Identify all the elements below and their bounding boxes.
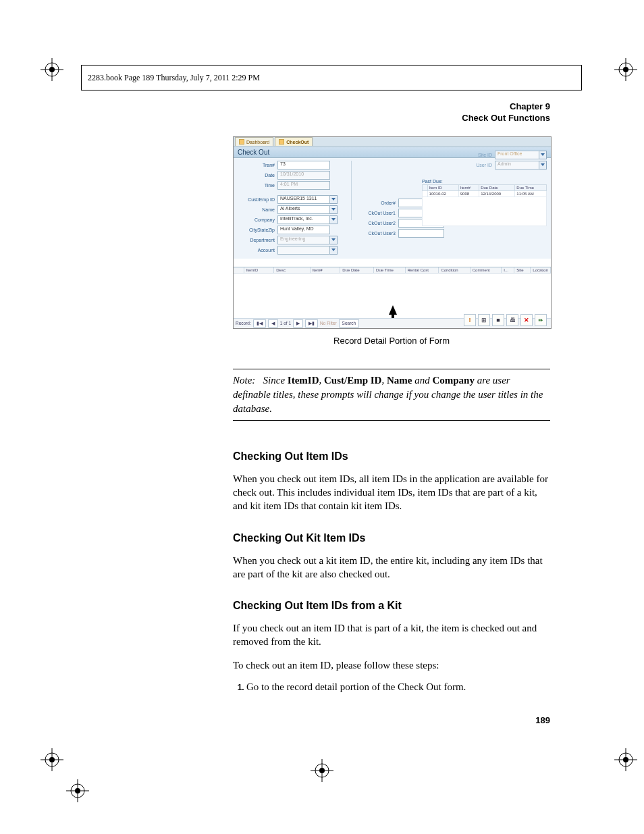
nav-prev-button[interactable]: ◀ xyxy=(268,319,278,328)
value-name[interactable]: Al Alberts xyxy=(277,205,330,214)
body-paragraph: If you check out an item ID that is part… xyxy=(233,621,550,649)
dropdown-icon[interactable] xyxy=(330,246,338,255)
checkout-form-screenshot: Dashboard CheckOut Check Out Tran#73 Dat… xyxy=(233,136,552,329)
alert-icon[interactable]: ! xyxy=(464,314,476,326)
table-row[interactable]: 10010-02 9008 12/14/2009 11:05 AM xyxy=(423,190,547,197)
label-name: Name xyxy=(238,207,277,212)
label-tran: Tran# xyxy=(238,163,277,167)
section-heading: Checking Out Item IDs from a Kit xyxy=(233,600,550,612)
figure-caption: Record Detail Portion of Form xyxy=(233,336,550,346)
past-due-title: Past Due: xyxy=(422,179,547,184)
value-company[interactable]: IntelliTrack, Inc. xyxy=(277,215,330,224)
search-input[interactable]: Search xyxy=(339,319,360,328)
svg-point-3 xyxy=(49,67,55,72)
value-csz: Hunt Valley, MD xyxy=(277,226,330,234)
note-block: Note: Since ItemID, Cust/Emp ID, Name an… xyxy=(233,369,550,421)
svg-point-23 xyxy=(319,768,325,773)
label-order: Order# xyxy=(365,201,398,205)
value-site[interactable]: Front Office xyxy=(495,151,539,159)
dropdown-icon[interactable] xyxy=(539,161,547,170)
label-user: User ID xyxy=(473,163,495,167)
value-u3[interactable] xyxy=(398,229,444,238)
crop-mark-icon xyxy=(41,748,63,771)
svg-point-19 xyxy=(75,788,80,793)
running-header: 2283.book Page 189 Thursday, July 7, 201… xyxy=(88,73,260,83)
section-heading: Checking Out Item IDs xyxy=(233,450,550,463)
label-company: Company xyxy=(238,217,277,222)
dropdown-icon[interactable] xyxy=(539,151,547,159)
label-account: Account xyxy=(238,248,277,253)
value-account[interactable] xyxy=(277,246,330,255)
stop-icon[interactable]: ■ xyxy=(492,314,504,326)
label-time: Time xyxy=(238,183,277,188)
body-paragraph: When you check out item IDs, all item ID… xyxy=(233,472,550,513)
exit-icon[interactable]: ➠ xyxy=(535,314,547,326)
svg-point-7 xyxy=(623,67,628,72)
crop-mark-icon xyxy=(311,759,333,782)
detail-grid-header: ItemID Desc Item# Due Date Due Time Rent… xyxy=(234,267,551,273)
value-date: 10/31/2010 xyxy=(277,171,330,180)
dropdown-icon[interactable] xyxy=(330,215,338,224)
dropdown-icon[interactable] xyxy=(330,236,338,244)
label-u2: CkOut User2 xyxy=(365,221,398,226)
label-u1: CkOut User1 xyxy=(365,211,398,215)
value-user[interactable]: Admin xyxy=(495,161,539,170)
step-item: Go to the record detail portion of the C… xyxy=(246,681,550,693)
value-cust[interactable]: NAUSER15 1311 xyxy=(277,195,330,204)
value-dept[interactable]: Engineering xyxy=(277,236,330,244)
label-cust: Cust/Emp ID xyxy=(238,197,277,202)
label-dept: Department xyxy=(238,238,277,242)
tab-dashboard[interactable]: Dashboard xyxy=(235,137,273,146)
crop-mark-icon xyxy=(614,748,637,771)
past-due-table: Item ID Item# Due Date Due Time 10010-02… xyxy=(422,184,547,226)
chapter-number: Chapter 9 xyxy=(233,101,550,113)
svg-point-15 xyxy=(623,757,628,762)
label-site: Site ID xyxy=(473,153,495,157)
tab-checkout[interactable]: CheckOut xyxy=(275,137,313,146)
body-paragraph: To check out an item ID, please follow t… xyxy=(233,658,550,672)
no-filter-label: No Filter xyxy=(320,321,337,325)
body-paragraph: When you check out a kit item ID, the en… xyxy=(233,554,550,581)
nav-last-button[interactable]: ▶▮ xyxy=(305,319,318,328)
dropdown-icon[interactable] xyxy=(330,205,338,214)
crop-mark-icon xyxy=(614,58,637,81)
svg-point-11 xyxy=(49,757,55,762)
nav-next-button[interactable]: ▶ xyxy=(293,319,303,328)
section-heading: Checking Out Kit Item IDs xyxy=(233,532,550,544)
label-u3: CkOut User3 xyxy=(365,231,398,236)
value-time: 4:01 PM xyxy=(277,181,330,190)
label-csz: CityStateZip xyxy=(238,228,277,232)
nav-first-button[interactable]: ▮◀ xyxy=(253,319,266,328)
crop-mark-icon xyxy=(41,58,63,81)
print-icon[interactable]: 🖶 xyxy=(506,314,518,326)
chapter-title: Check Out Functions xyxy=(233,113,550,124)
record-position: 1 of 1 xyxy=(280,321,291,325)
crop-mark-icon xyxy=(66,779,89,802)
dropdown-icon[interactable] xyxy=(330,195,338,204)
value-tran: 73 xyxy=(277,161,330,170)
page-number: 189 xyxy=(535,715,550,725)
close-icon[interactable]: ✕ xyxy=(520,314,533,326)
arrow-icon xyxy=(389,305,397,315)
label-date: Date xyxy=(238,173,277,178)
record-label: Record: xyxy=(236,321,251,325)
grid-icon[interactable]: ⊞ xyxy=(478,314,490,326)
